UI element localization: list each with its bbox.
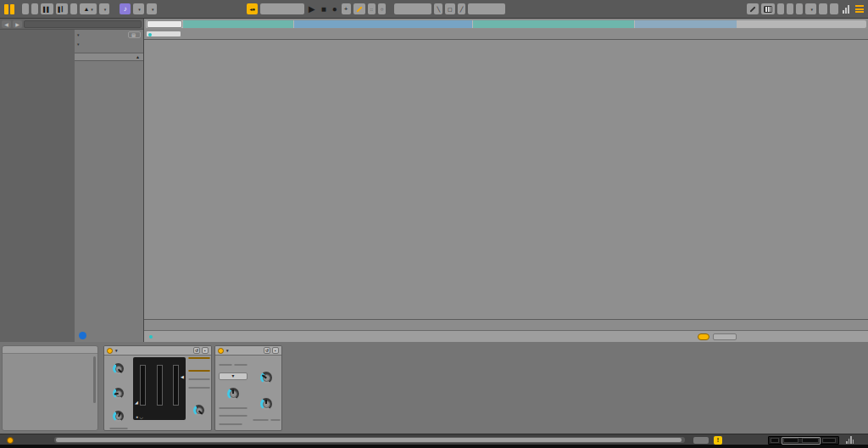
device-list [75, 61, 143, 62]
midi-map-button[interactable] [787, 3, 793, 14]
beat-time-ruler[interactable] [144, 29, 868, 40]
horizontal-scroll-area[interactable] [144, 330, 868, 342]
follow-button[interactable]: ◂● [247, 3, 258, 14]
punch-in-button[interactable]: ╲ [434, 3, 442, 14]
key-map-button[interactable] [777, 3, 784, 14]
hot-swap-icon[interactable]: ↺ [264, 347, 270, 354]
midi-out-indicator [830, 3, 838, 14]
channel-mode-menu[interactable]: ▾ [219, 372, 248, 380]
ableton-live-window: ▌▌ ▌▎ ▲▾ ▾ ♪ ▾ ▾ ◂● ▶ ■ ● + :: ○ ╲ ▢ ╱ ▾ [0, 0, 868, 448]
arrangement-view [144, 19, 868, 342]
status-bar: ! [0, 434, 868, 445]
scale-mode-icon[interactable]: ♪ [120, 3, 131, 14]
peak-button[interactable] [188, 370, 210, 372]
phase-right-button[interactable] [234, 364, 248, 366]
sample-rate-display [796, 3, 803, 14]
out-marker-icon[interactable]: ◀ [181, 374, 184, 379]
device-on-toggle[interactable] [218, 348, 224, 354]
device-scrollbar[interactable] [54, 437, 685, 443]
width-knob[interactable] [227, 388, 239, 400]
tempo-field[interactable] [31, 3, 38, 14]
rms-button[interactable] [188, 378, 210, 380]
stop-button[interactable]: ■ [321, 4, 326, 14]
browser-forward-button[interactable]: ▶ [13, 20, 22, 28]
browser-content: ▾ ▤ ▾ ▲ [75, 30, 143, 342]
clip-overview-thumbnail[interactable] [768, 436, 839, 445]
menu-icon[interactable] [855, 5, 864, 13]
warning-icon[interactable]: ! [714, 436, 722, 445]
computer-midi-keyboard-button[interactable] [761, 3, 775, 14]
dc-button[interactable] [270, 419, 281, 421]
loop-switch[interactable]: ▢ [445, 3, 455, 14]
bass-mono-button[interactable] [219, 415, 248, 417]
arrangement-overview[interactable] [146, 20, 866, 28]
marker-dot [149, 335, 153, 339]
drywet-knob[interactable] [193, 405, 204, 416]
re-enable-automation-button[interactable]: ○ [378, 3, 387, 14]
follow-toggle-small[interactable] [698, 333, 709, 340]
ratio-knob[interactable] [113, 363, 124, 374]
browser-panel: ◀ ▶ ▾ ▤ ▾ ▲ [0, 19, 144, 342]
quantization-menu[interactable]: ▾ [99, 3, 110, 14]
save-preset-icon[interactable]: ▪ [272, 347, 279, 354]
live-link-icon[interactable] [4, 4, 14, 14]
status-box [693, 437, 709, 444]
browser-sidebar [0, 30, 74, 342]
attack-knob[interactable] [113, 388, 124, 399]
zoom-level-box[interactable] [713, 333, 737, 340]
filters-collapse-icon[interactable]: ▾ [77, 32, 80, 37]
pen-tablet-button[interactable] [747, 3, 759, 14]
device-on-toggle[interactable] [107, 348, 113, 354]
bass-mono-freq[interactable] [219, 423, 242, 425]
track-area [144, 40, 868, 319]
play-button[interactable]: ▶ [309, 4, 315, 14]
compressor-display[interactable]: ◢ ◀ ● ◡ [133, 357, 186, 420]
threshold-marker-icon[interactable]: ◢ [135, 400, 138, 405]
automation-mode-button[interactable]: :: [368, 3, 376, 14]
record-button[interactable]: ● [332, 4, 337, 14]
midi-overdub-button[interactable]: + [342, 3, 351, 14]
device-fold-icon[interactable]: ▾ [226, 348, 229, 353]
info-view-toggle[interactable] [7, 437, 14, 444]
window-edge [0, 445, 868, 448]
save-preset-icon[interactable]: ▪ [202, 347, 209, 354]
nudge-up-button[interactable]: ▌▎ [56, 3, 69, 14]
tap-tempo-button[interactable] [22, 3, 29, 14]
expand-button[interactable] [188, 387, 210, 389]
gain-knob[interactable] [260, 372, 272, 384]
balance-knob[interactable] [260, 398, 272, 410]
search-input[interactable] [24, 20, 142, 28]
mini-level-meter-icon [846, 436, 854, 444]
mono-button[interactable] [219, 407, 248, 409]
time-ruler[interactable] [144, 319, 868, 330]
loading-indicator-icon [79, 332, 86, 339]
clip-view-empty-panel [2, 345, 98, 431]
release-knob[interactable] [113, 411, 124, 422]
device-fold-icon[interactable]: ▾ [115, 348, 118, 353]
auto-release-button[interactable] [109, 428, 128, 429]
phase-left-button[interactable] [219, 364, 232, 366]
overview-zoom-handle[interactable] [147, 20, 182, 28]
loop-brace[interactable] [146, 31, 181, 37]
output-level-meter [843, 5, 849, 14]
hot-swap-icon[interactable]: ↺ [193, 347, 200, 354]
midi-in-indicator [819, 3, 827, 14]
flattenator-device: ▾ ↺▪ ◢ ◀ [103, 345, 212, 431]
arrangement-position-field[interactable] [260, 3, 304, 14]
nudge-down-button[interactable]: ▌▌ [41, 3, 53, 14]
cpu-load-meter[interactable]: ▾ [805, 3, 816, 14]
time-signature-field[interactable] [70, 3, 77, 14]
punch-out-button[interactable]: ╱ [458, 3, 466, 14]
filters-edit-button[interactable]: ▤ [128, 31, 141, 38]
scale-name-menu[interactable]: ▾ [147, 3, 158, 14]
draw-mode-button[interactable] [353, 3, 365, 14]
filters-category-menu[interactable]: ▾ [75, 40, 143, 48]
loop-start-field[interactable] [394, 3, 431, 14]
scale-root-menu[interactable]: ▾ [133, 3, 144, 14]
makeup-button[interactable] [188, 357, 210, 359]
browser-back-button[interactable]: ◀ [2, 20, 11, 28]
loop-length-field[interactable] [468, 3, 505, 14]
metronome-button[interactable]: ▲▾ [80, 3, 96, 14]
mute-button[interactable] [253, 419, 269, 421]
utility-device: ▾ ↺▪ ▾ [214, 345, 282, 431]
